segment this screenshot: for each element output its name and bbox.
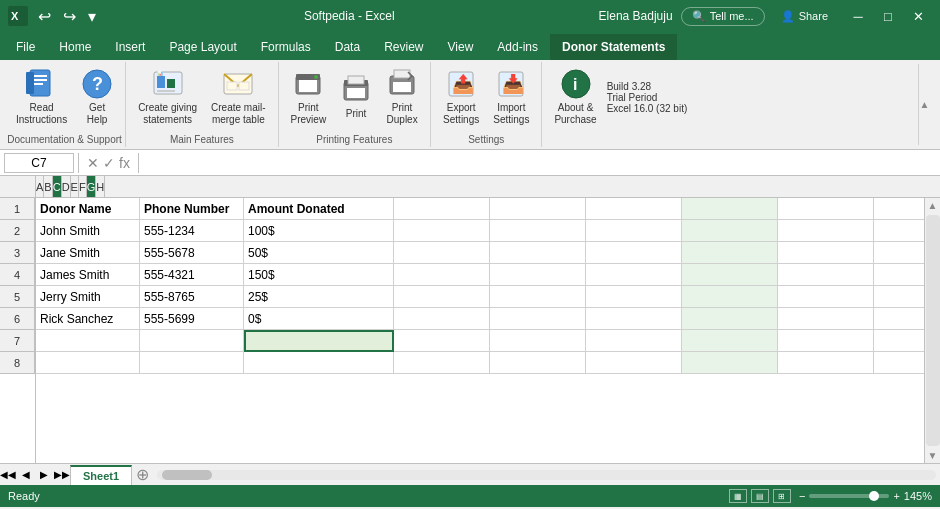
cell-g7[interactable]: [682, 330, 778, 352]
cell-g3[interactable]: [682, 242, 778, 264]
undo-icon[interactable]: ↩: [34, 5, 55, 28]
tab-review[interactable]: Review: [372, 34, 435, 60]
cell-e5[interactable]: [490, 286, 586, 308]
export-settings-button[interactable]: 📤 ExportSettings: [437, 65, 485, 129]
row-header-7[interactable]: 7: [0, 330, 35, 352]
cell-d6[interactable]: [394, 308, 490, 330]
row-header-1[interactable]: 1: [0, 198, 35, 220]
cell-d4[interactable]: [394, 264, 490, 286]
normal-view-icon[interactable]: ▦: [729, 489, 747, 503]
col-header-e[interactable]: E: [71, 176, 79, 198]
tab-donor-statements[interactable]: Donor Statements: [550, 34, 677, 60]
cell-e2[interactable]: [490, 220, 586, 242]
cell-d2[interactable]: [394, 220, 490, 242]
cell-b8[interactable]: [140, 352, 244, 374]
cell-g5[interactable]: [682, 286, 778, 308]
cell-c1[interactable]: Amount Donated: [244, 198, 394, 220]
cell-e6[interactable]: [490, 308, 586, 330]
tell-me-button[interactable]: 🔍 Tell me...: [681, 7, 765, 26]
import-settings-button[interactable]: 📥 ImportSettings: [487, 65, 535, 129]
cell-d7[interactable]: [394, 330, 490, 352]
cell-e8[interactable]: [490, 352, 586, 374]
cell-a1[interactable]: Donor Name: [36, 198, 140, 220]
vertical-scrollbar[interactable]: ▲ ▼: [924, 198, 940, 463]
create-mail-merge-button[interactable]: Create mail-merge table: [205, 65, 271, 129]
cell-b4[interactable]: 555-4321: [140, 264, 244, 286]
cell-c5[interactable]: 25$: [244, 286, 394, 308]
horizontal-scrollbar[interactable]: [157, 470, 936, 480]
zoom-slider[interactable]: [809, 494, 889, 498]
page-break-view-icon[interactable]: ⊞: [773, 489, 791, 503]
row-header-5[interactable]: 5: [0, 286, 35, 308]
cell-b1[interactable]: Phone Number: [140, 198, 244, 220]
maximize-button[interactable]: □: [874, 5, 902, 27]
cell-f3[interactable]: [586, 242, 682, 264]
quick-access-toolbar[interactable]: ↩ ↪ ▾: [34, 5, 100, 28]
minimize-button[interactable]: ─: [844, 5, 872, 27]
about-purchase-button[interactable]: i About &Purchase: [548, 65, 602, 129]
col-header-g[interactable]: G: [87, 176, 97, 198]
cell-b5[interactable]: 555-8765: [140, 286, 244, 308]
close-button[interactable]: ✕: [904, 5, 932, 27]
scroll-down-arrow[interactable]: ▼: [926, 448, 940, 463]
cell-c6[interactable]: 0$: [244, 308, 394, 330]
col-header-c[interactable]: C: [53, 176, 62, 198]
sheet-nav-arrows[interactable]: ◀◀ ◀ ▶ ▶▶: [0, 467, 70, 483]
confirm-formula-icon[interactable]: ✓: [103, 155, 115, 171]
qat-dropdown-icon[interactable]: ▾: [84, 5, 100, 28]
cell-b7[interactable]: [140, 330, 244, 352]
cell-b6[interactable]: 555-5699: [140, 308, 244, 330]
cell-a4[interactable]: James Smith: [36, 264, 140, 286]
formula-input[interactable]: [143, 156, 936, 170]
tab-home[interactable]: Home: [47, 34, 103, 60]
cell-g6[interactable]: [682, 308, 778, 330]
scroll-thumb-v[interactable]: [926, 215, 940, 446]
cell-d1[interactable]: [394, 198, 490, 220]
view-icons[interactable]: ▦ ▤ ⊞: [729, 489, 791, 503]
row-header-3[interactable]: 3: [0, 242, 35, 264]
tab-insert[interactable]: Insert: [103, 34, 157, 60]
tab-add-ins[interactable]: Add-ins: [485, 34, 550, 60]
cell-c3[interactable]: 50$: [244, 242, 394, 264]
cell-h6[interactable]: [778, 308, 874, 330]
cell-f5[interactable]: [586, 286, 682, 308]
zoom-control[interactable]: − + 145%: [799, 490, 932, 502]
cell-f6[interactable]: [586, 308, 682, 330]
cell-b3[interactable]: 555-5678: [140, 242, 244, 264]
cell-c4[interactable]: 150$: [244, 264, 394, 286]
sheet-nav-prev[interactable]: ◀: [18, 467, 34, 483]
cell-d3[interactable]: [394, 242, 490, 264]
window-controls[interactable]: ─ □ ✕: [844, 5, 932, 27]
cell-f8[interactable]: [586, 352, 682, 374]
cell-c8[interactable]: [244, 352, 394, 374]
print-button[interactable]: Print: [334, 71, 378, 123]
row-header-4[interactable]: 4: [0, 264, 35, 286]
cell-c2[interactable]: 100$: [244, 220, 394, 242]
col-header-f[interactable]: F: [79, 176, 87, 198]
cell-b2[interactable]: 555-1234: [140, 220, 244, 242]
cell-c7[interactable]: [244, 330, 394, 352]
cell-a6[interactable]: Rick Sanchez: [36, 308, 140, 330]
cell-f4[interactable]: [586, 264, 682, 286]
cell-f7[interactable]: [586, 330, 682, 352]
cell-g4[interactable]: [682, 264, 778, 286]
sheet-nav-last[interactable]: ▶▶: [54, 467, 70, 483]
tab-data[interactable]: Data: [323, 34, 372, 60]
cancel-formula-icon[interactable]: ✕: [87, 155, 99, 171]
sheet-nav-next[interactable]: ▶: [36, 467, 52, 483]
col-header-h[interactable]: H: [96, 176, 105, 198]
row-header-8[interactable]: 8: [0, 352, 35, 374]
redo-icon[interactable]: ↪: [59, 5, 80, 28]
cell-e3[interactable]: [490, 242, 586, 264]
share-button[interactable]: 👤 Share: [773, 8, 836, 25]
cell-f1[interactable]: [586, 198, 682, 220]
col-header-d[interactable]: D: [62, 176, 71, 198]
scroll-up-arrow[interactable]: ▲: [926, 198, 940, 213]
sheet-nav-first[interactable]: ◀◀: [0, 467, 16, 483]
cell-h1[interactable]: [778, 198, 874, 220]
cell-h8[interactable]: [778, 352, 874, 374]
cell-g2[interactable]: [682, 220, 778, 242]
zoom-minus-icon[interactable]: −: [799, 490, 805, 502]
zoom-plus-icon[interactable]: +: [893, 490, 899, 502]
col-header-a[interactable]: A: [36, 176, 44, 198]
